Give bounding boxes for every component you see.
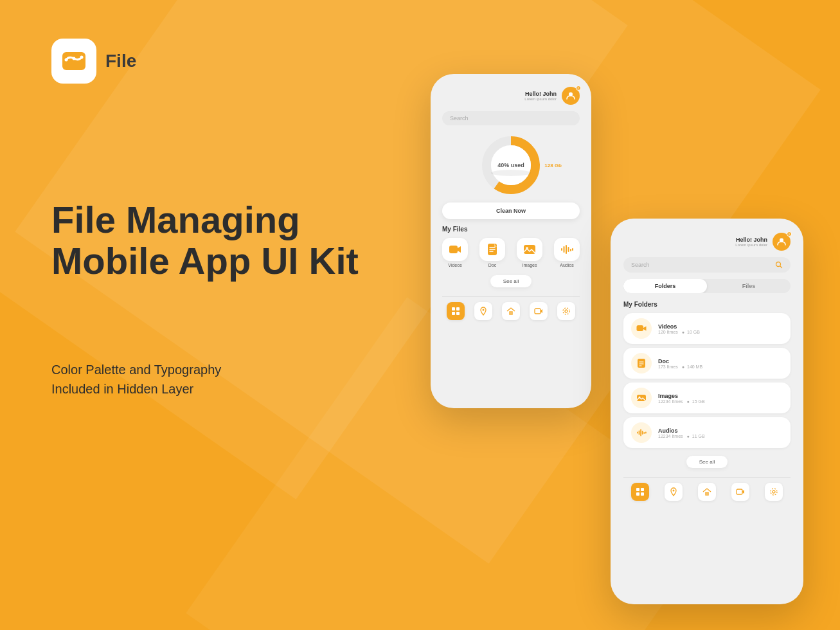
svg-point-26: [565, 310, 567, 312]
folder-video-icon: [636, 323, 647, 334]
svg-rect-31: [638, 359, 645, 368]
logo-icon: [51, 39, 96, 84]
svg-point-29: [776, 262, 781, 267]
file-icon-images[interactable]: Images: [517, 238, 542, 267]
svg-rect-42: [636, 492, 639, 496]
clean-now-button[interactable]: Clean Now: [442, 203, 580, 219]
images-icon-box: [517, 238, 542, 261]
svg-point-48: [771, 489, 777, 495]
svg-rect-45: [705, 492, 709, 496]
nav-home-icon[interactable]: [502, 302, 520, 320]
svg-rect-16: [568, 247, 569, 252]
folder-audios-icon: [636, 428, 647, 438]
see-all-left-wrap: See all: [442, 273, 580, 290]
grid-icon-right: [636, 487, 645, 496]
folder-item-images[interactable]: Images 12234 Itmes●15 GB: [623, 382, 791, 413]
settings-icon-right: [769, 487, 778, 496]
svg-rect-13: [561, 248, 562, 251]
phone-right-header: Hello! John Lorem ipsum dolor 0: [623, 233, 791, 251]
video-icon: [449, 243, 461, 256]
svg-rect-17: [570, 249, 571, 251]
tab-folders[interactable]: Folders: [623, 279, 707, 293]
svg-rect-38: [643, 432, 645, 434]
nav-home-icon-right[interactable]: [698, 483, 716, 501]
svg-rect-11: [524, 245, 535, 254]
svg-rect-41: [641, 488, 644, 491]
folder-icon-audios: [631, 422, 652, 443]
avatar-right: 0: [773, 233, 791, 251]
nav-video-icon-right[interactable]: [731, 483, 749, 501]
svg-rect-34: [637, 432, 638, 434]
nav-grid-icon-right[interactable]: [631, 483, 649, 501]
notification-badge: 0: [576, 86, 581, 91]
main-title-block: File Managing Mobile App UI Kit: [51, 199, 359, 282]
donut-chart: 40% used 128 Gb: [442, 133, 580, 197]
svg-rect-9: [449, 246, 458, 253]
doc-label: Doc: [488, 263, 496, 267]
nav-location-icon[interactable]: [474, 302, 492, 320]
svg-rect-21: [452, 312, 455, 315]
settings-icon: [562, 307, 571, 316]
file-icon-audios[interactable]: Audios: [554, 238, 580, 267]
svg-rect-35: [639, 431, 640, 435]
svg-rect-43: [641, 492, 644, 496]
nav-video-icon[interactable]: [530, 302, 548, 320]
audios-label: Audios: [560, 263, 573, 267]
svg-rect-36: [640, 429, 641, 437]
folder-item-videos[interactable]: Videos 120 Itmes●10 GB: [623, 313, 791, 344]
search-bar-right[interactable]: Search: [623, 257, 791, 273]
nav-grid-icon[interactable]: [447, 302, 465, 320]
svg-point-27: [563, 308, 569, 314]
search-bar-left[interactable]: Search: [442, 111, 580, 125]
see-all-left-button[interactable]: See all: [490, 275, 532, 287]
logo-svg: [60, 47, 88, 75]
images-icon: [523, 243, 536, 256]
phone-left: Hello! John Lorem ipsum dolor 0 Search 4…: [431, 74, 591, 408]
svg-rect-20: [456, 307, 460, 310]
file-icon-doc[interactable]: Doc: [479, 238, 505, 267]
svg-rect-46: [737, 489, 742, 494]
grid-icon: [451, 307, 460, 316]
see-all-right-button[interactable]: See all: [686, 456, 728, 468]
svg-rect-24: [509, 311, 513, 315]
subtitle-block: Color Palette and Typography Included in…: [51, 360, 221, 399]
nav-settings-icon[interactable]: [557, 302, 575, 320]
file-icon-videos[interactable]: Videos: [442, 238, 468, 267]
nav-settings-icon-right[interactable]: [765, 483, 783, 501]
svg-rect-37: [642, 431, 643, 435]
videos-icon-box: [442, 238, 468, 261]
folder-images-icon: [636, 393, 647, 403]
svg-point-1: [65, 59, 68, 62]
svg-rect-18: [572, 248, 573, 251]
svg-rect-14: [564, 246, 565, 253]
folder-doc-icon: [636, 358, 647, 368]
svg-rect-22: [456, 312, 460, 315]
folder-info-audios: Audios 12234 Itmes●11 GB: [658, 428, 709, 438]
storage-label: 128 Gb: [544, 163, 562, 168]
logo-label: File: [105, 51, 136, 71]
subtitle-text: Color Palette and Typography Included in…: [51, 360, 221, 399]
svg-point-23: [483, 309, 485, 311]
home-icon: [506, 307, 515, 316]
phone-right: Hello! John Lorem ipsum dolor 0 Search F…: [611, 219, 803, 604]
tab-files[interactable]: Files: [707, 279, 791, 293]
greeting-left: Hello! John Lorem ipsum dolor: [524, 91, 557, 101]
nav-location-icon-right[interactable]: [665, 483, 683, 501]
svg-rect-15: [566, 245, 567, 254]
file-icons-row: Videos Doc Images: [442, 238, 580, 267]
my-files-title: My Files: [442, 226, 580, 233]
folder-item-audios[interactable]: Audios 12234 Itmes●11 GB: [623, 417, 791, 448]
notification-badge-right: 0: [787, 231, 792, 237]
svg-point-2: [73, 57, 76, 60]
svg-point-3: [80, 56, 84, 59]
video-nav-icon: [534, 307, 543, 316]
audios-icon-box: [554, 238, 580, 261]
donut-center-label: 40% used: [497, 162, 524, 168]
folder-item-doc[interactable]: Doc 173 Itmes●140 MB: [623, 348, 791, 379]
user-icon: [566, 91, 576, 101]
svg-rect-39: [645, 432, 647, 434]
tabs-row: Folders Files: [623, 279, 791, 293]
main-title-text: File Managing Mobile App UI Kit: [51, 199, 359, 282]
folder-info-videos: Videos 120 Itmes●10 GB: [658, 323, 704, 334]
audios-icon: [560, 243, 573, 256]
